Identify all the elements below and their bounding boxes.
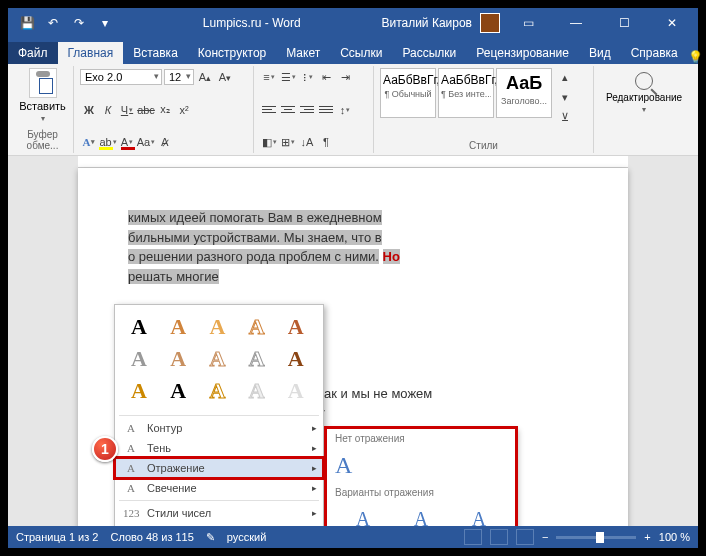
preset-a[interactable]: A xyxy=(241,345,273,373)
highlight-button[interactable]: ab xyxy=(99,133,117,151)
undo-icon[interactable]: ↶ xyxy=(42,12,64,34)
zoom-in-button[interactable]: + xyxy=(644,531,650,543)
preset-a[interactable]: A xyxy=(162,345,194,373)
preset-a[interactable]: A xyxy=(123,377,155,405)
preset-a[interactable]: A xyxy=(280,377,312,405)
styles-gallery[interactable]: АаБбВвГг, ¶ Обычный АаБбВвГг, ¶ Без инте… xyxy=(380,68,587,126)
font-name-combo[interactable]: Exo 2.0 xyxy=(80,69,162,85)
minimize-icon[interactable]: — xyxy=(556,8,596,38)
ruler[interactable] xyxy=(78,156,628,168)
bullets-button[interactable]: ≡ xyxy=(260,68,278,86)
preset-a[interactable]: A xyxy=(201,345,233,373)
zoom-out-button[interactable]: − xyxy=(542,531,548,543)
preset-a[interactable]: A xyxy=(162,377,194,405)
borders-button[interactable]: ⊞ xyxy=(279,133,297,151)
body-text: решать многие xyxy=(128,269,219,284)
menu-shadow[interactable]: AТень▸ xyxy=(115,438,323,458)
style-heading1[interactable]: АаБ Заголово... xyxy=(496,68,552,118)
sb-language[interactable]: русский xyxy=(227,531,266,543)
redo-icon[interactable]: ↷ xyxy=(68,12,90,34)
tab-home[interactable]: Главная xyxy=(58,42,124,64)
reflection-variant[interactable]: AA xyxy=(395,508,447,526)
align-center-button[interactable] xyxy=(279,101,297,119)
shading-button[interactable]: ◧ xyxy=(260,133,278,151)
strike-button[interactable]: abc xyxy=(137,101,155,119)
change-case-button[interactable]: Aa xyxy=(137,133,155,151)
italic-button[interactable]: К xyxy=(99,101,117,119)
document-area: кимых идеей помогать Вам в ежедневном би… xyxy=(8,156,698,526)
increase-indent-button[interactable]: ⇥ xyxy=(336,68,354,86)
font-size-combo[interactable]: 12 xyxy=(164,69,194,85)
reflection-none-item[interactable]: A xyxy=(327,448,515,483)
view-print-icon[interactable] xyxy=(490,529,508,545)
bold-button[interactable]: Ж xyxy=(80,101,98,119)
preset-a[interactable]: A xyxy=(241,377,273,405)
styles-down-icon[interactable]: ▾ xyxy=(556,88,574,106)
view-web-icon[interactable] xyxy=(516,529,534,545)
tab-references[interactable]: Ссылки xyxy=(330,42,392,64)
tab-help[interactable]: Справка xyxy=(621,42,688,64)
styles-up-icon[interactable]: ▴ xyxy=(556,68,574,86)
style-normal[interactable]: АаБбВвГг, ¶ Обычный xyxy=(380,68,436,118)
align-left-button[interactable] xyxy=(260,101,278,119)
tab-file[interactable]: Файл xyxy=(8,42,58,64)
align-right-button[interactable] xyxy=(298,101,316,119)
font-color-button[interactable]: A xyxy=(118,133,136,151)
menu-ligatures[interactable]: fiЛигатуры▸ xyxy=(115,523,323,526)
tab-mailings[interactable]: Рассылки xyxy=(392,42,466,64)
shrink-font-button[interactable]: A▾ xyxy=(216,68,234,86)
menu-reflection[interactable]: AОтражение▸ xyxy=(115,458,323,478)
zoom-slider[interactable] xyxy=(556,536,636,539)
view-read-icon[interactable] xyxy=(464,529,482,545)
underline-button[interactable]: Ч xyxy=(118,101,136,119)
sb-page[interactable]: Страница 1 из 2 xyxy=(16,531,98,543)
decrease-indent-button[interactable]: ⇤ xyxy=(317,68,335,86)
preset-a[interactable]: A xyxy=(280,345,312,373)
sort-button[interactable]: ↓A xyxy=(298,133,316,151)
editing-button[interactable]: Редактирование ▾ xyxy=(600,68,688,118)
clear-format-button[interactable]: A̷ xyxy=(156,133,174,151)
tab-insert[interactable]: Вставка xyxy=(123,42,188,64)
tab-design[interactable]: Конструктор xyxy=(188,42,276,64)
style-nospacing[interactable]: АаБбВвГг, ¶ Без инте... xyxy=(438,68,494,118)
menu-glow[interactable]: AСвечение▸ xyxy=(115,478,323,498)
preset-a[interactable]: A xyxy=(241,313,273,341)
subscript-button[interactable]: x₂ xyxy=(156,101,174,119)
menu-number-styles[interactable]: 123Стили чисел▸ xyxy=(115,503,323,523)
body-text: кимых идеей помогать Вам в ежедневном xyxy=(128,210,382,225)
qat-customize-icon[interactable]: ▾ xyxy=(94,12,116,34)
tab-review[interactable]: Рецензирование xyxy=(466,42,579,64)
preset-a[interactable]: A xyxy=(201,377,233,405)
menu-outline[interactable]: AКонтур▸ xyxy=(115,418,323,438)
sb-words[interactable]: Слово 48 из 115 xyxy=(110,531,193,543)
close-icon[interactable]: ✕ xyxy=(652,8,692,38)
grow-font-button[interactable]: A▴ xyxy=(196,68,214,86)
preset-a[interactable]: A xyxy=(123,345,155,373)
line-spacing-button[interactable]: ↕ xyxy=(336,101,354,119)
paste-button[interactable]: Вставить ▾ xyxy=(18,68,67,123)
reflection-variant[interactable]: AA xyxy=(337,508,389,526)
preset-a[interactable]: A xyxy=(280,313,312,341)
avatar[interactable] xyxy=(480,13,500,33)
maximize-icon[interactable]: ☐ xyxy=(604,8,644,38)
ribbon-display-icon[interactable]: ▭ xyxy=(508,8,548,38)
tab-layout[interactable]: Макет xyxy=(276,42,330,64)
reflection-variants-header: Варианты отражения xyxy=(327,483,515,502)
show-marks-button[interactable]: ¶ xyxy=(317,133,335,151)
zoom-level[interactable]: 100 % xyxy=(659,531,690,543)
styles-more-icon[interactable]: ⊻ xyxy=(556,108,574,126)
tell-me-icon[interactable]: 💡 xyxy=(688,50,703,64)
sb-spell-icon[interactable]: ✎ xyxy=(206,531,215,544)
preset-a[interactable]: A xyxy=(123,313,155,341)
tab-view[interactable]: Вид xyxy=(579,42,621,64)
text-effects-button[interactable]: A xyxy=(80,133,98,151)
preset-a[interactable]: A xyxy=(201,313,233,341)
find-icon xyxy=(635,72,653,90)
multilevel-button[interactable]: ⫶ xyxy=(298,68,316,86)
reflection-variant[interactable]: AA xyxy=(453,508,505,526)
autosave-icon[interactable]: 💾 xyxy=(16,12,38,34)
justify-button[interactable] xyxy=(317,101,335,119)
numbering-button[interactable]: ☰ xyxy=(279,68,297,86)
preset-a[interactable]: A xyxy=(162,313,194,341)
superscript-button[interactable]: x² xyxy=(175,101,193,119)
